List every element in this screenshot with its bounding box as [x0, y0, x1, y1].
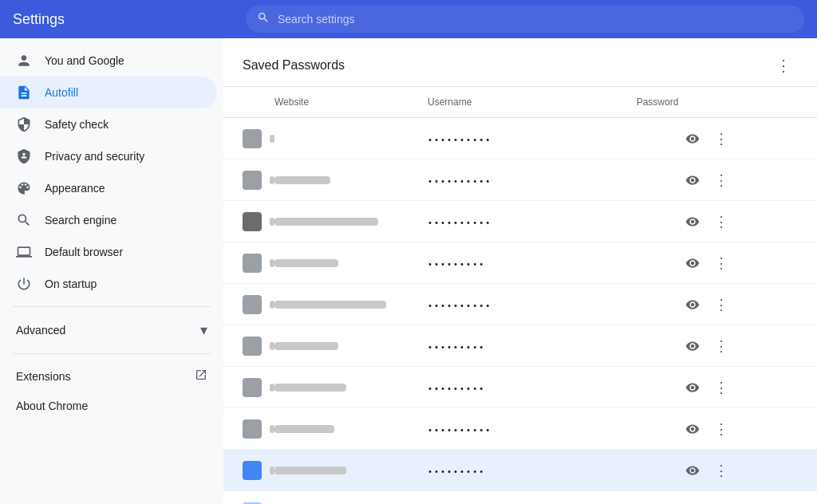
sidebar-item-advanced[interactable]: Advanced ▾: [0, 313, 223, 347]
sidebar-item-about-chrome[interactable]: About Chrome: [0, 392, 223, 420]
search-icon: [257, 11, 270, 27]
username-blurred: [274, 301, 386, 309]
password-dots: •••••••••: [428, 260, 485, 269]
show-password-button[interactable]: [680, 209, 705, 234]
username-cell: [274, 173, 428, 187]
sidebar-item-privacy-security[interactable]: Privacy and security: [0, 140, 217, 172]
row-more-button[interactable]: ⋮: [708, 250, 734, 276]
table-row[interactable]: •••••••••⋮: [223, 450, 817, 491]
col-username: Username: [428, 93, 581, 111]
extensions-label: Extensions: [16, 370, 182, 383]
show-password-button[interactable]: [680, 167, 705, 193]
show-password-button[interactable]: [680, 126, 705, 152]
site-cell: [243, 254, 274, 273]
advanced-label: Advanced: [16, 324, 65, 337]
show-password-button[interactable]: [680, 375, 705, 400]
password-cell: ••••••••••: [428, 297, 581, 312]
table-row[interactable]: ••••••••••⋮: [223, 284, 817, 325]
more-options-button[interactable]: ⋮: [769, 51, 798, 80]
row-more-button[interactable]: ⋮: [708, 292, 734, 317]
username-blurred: [274, 342, 338, 350]
advanced-left: Advanced: [16, 324, 65, 337]
row-actions: ⋮: [581, 375, 734, 400]
row-actions: ⋮: [581, 333, 734, 359]
site-cell: [243, 461, 274, 480]
password-dots: ••••••••••: [428, 426, 491, 435]
row-actions: ⋮: [581, 499, 734, 505]
row-actions: ⋮: [581, 126, 734, 152]
col-website: Website: [274, 93, 428, 111]
site-icon: [243, 295, 262, 314]
header: Settings: [0, 0, 817, 38]
table-row[interactable]: •••••••••⋮: [223, 242, 817, 284]
password-cell: ••••••••••: [428, 215, 581, 229]
username-cell: [274, 463, 428, 478]
sidebar-label-on-startup: On startup: [45, 278, 97, 290]
site-icon: [243, 212, 262, 231]
password-cell: ••••••••••: [428, 173, 581, 187]
chevron-down-icon: ▾: [200, 321, 207, 339]
site-icon: [243, 337, 262, 356]
sidebar-item-on-startup[interactable]: On startup: [0, 268, 217, 300]
row-more-button[interactable]: ⋮: [708, 499, 734, 505]
row-more-button[interactable]: ⋮: [708, 209, 734, 234]
sidebar-item-autofill[interactable]: Autofill: [0, 77, 217, 108]
table-row[interactable]: ••••••••••⋮: [223, 408, 817, 450]
passwords-header: Saved Passwords ⋮: [223, 38, 817, 87]
row-more-button[interactable]: ⋮: [708, 167, 734, 193]
password-dots: ••••••••••: [428, 177, 491, 186]
row-more-button[interactable]: ⋮: [708, 375, 734, 400]
main-layout: You and Google Autofill Safety check Pri…: [0, 38, 817, 504]
table-row[interactable]: •••••••••⋮: [223, 325, 817, 367]
site-name-blurred: [270, 135, 274, 143]
sidebar-item-extensions[interactable]: Extensions: [0, 360, 223, 392]
row-actions: ⋮: [581, 416, 734, 442]
show-password-button[interactable]: [680, 292, 705, 317]
row-more-button[interactable]: ⋮: [708, 458, 734, 483]
sidebar-item-appearance[interactable]: Appearance: [0, 172, 217, 204]
show-password-button[interactable]: [680, 499, 705, 505]
passwords-title: Saved Passwords: [243, 58, 345, 73]
search-input[interactable]: [278, 13, 793, 26]
search-bar[interactable]: [246, 6, 804, 33]
sidebar-item-search-engine[interactable]: Search engine: [0, 204, 217, 236]
power-icon: [16, 276, 32, 292]
password-dots: •••••••••: [428, 467, 485, 476]
show-password-button[interactable]: [680, 458, 705, 483]
show-password-button[interactable]: [680, 333, 705, 359]
sidebar-label-default-browser: Default browser: [45, 246, 123, 258]
row-more-button[interactable]: ⋮: [708, 416, 734, 442]
table-row[interactable]: •••••••••⋮: [223, 491, 817, 504]
table-row[interactable]: ••••••••••⋮: [223, 118, 817, 159]
password-cell: ••••••••••: [428, 132, 581, 146]
username-cell: [274, 215, 428, 229]
row-more-button[interactable]: ⋮: [708, 126, 734, 152]
sidebar-item-default-browser[interactable]: Default browser: [0, 236, 217, 268]
password-dots: ••••••••••: [428, 136, 491, 144]
username-blurred: [274, 384, 346, 392]
sidebar-item-you-google[interactable]: You and Google: [0, 45, 217, 77]
site-cell: [243, 337, 274, 356]
computer-icon: [16, 244, 32, 260]
username-blurred: [274, 425, 334, 433]
site-icon: [243, 419, 262, 439]
sidebar-label-autofill: Autofill: [45, 86, 78, 99]
site-cell: [243, 171, 274, 190]
site-icon: [243, 461, 262, 480]
sidebar: You and Google Autofill Safety check Pri…: [0, 38, 223, 504]
row-more-button[interactable]: ⋮: [708, 333, 734, 359]
table-row[interactable]: ••••••••••⋮: [223, 159, 817, 201]
username-cell: [274, 339, 428, 353]
shield-icon: [16, 116, 32, 132]
site-cell: [243, 419, 274, 439]
password-list: ••••••••••⋮••••••••••⋮••••••••••⋮•••••••…: [223, 118, 817, 504]
sidebar-item-safety-check[interactable]: Safety check: [0, 108, 217, 140]
app-title: Settings: [13, 11, 236, 28]
table-row[interactable]: ••••••••••⋮: [223, 201, 817, 242]
show-password-button[interactable]: [680, 416, 705, 442]
shield-lock-icon: [16, 148, 32, 164]
show-password-button[interactable]: [680, 250, 705, 276]
password-cell: ••••••••••: [428, 422, 581, 436]
table-row[interactable]: •••••••••⋮: [223, 367, 817, 408]
site-cell: [243, 212, 274, 231]
